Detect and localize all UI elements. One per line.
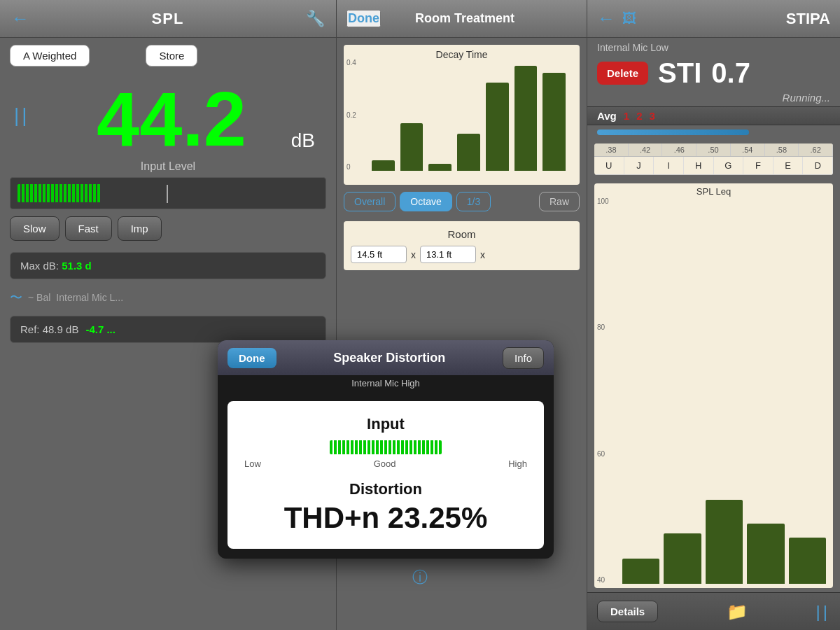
- stipa-chart: SPL Leq 100 80 60 40: [594, 183, 833, 588]
- speaker-distortion-modal: Done Speaker Distortion Info Internal Mi…: [218, 340, 554, 559]
- room-tab-third[interactable]: 1/3: [456, 192, 491, 211]
- spl-back-button[interactable]: ←: [11, 8, 29, 29]
- room-dim-x: x: [411, 249, 416, 260]
- spl-meter-bar: [10, 177, 326, 209]
- room-dim-more: x: [480, 249, 485, 260]
- spl-input-level-label: Input Level: [0, 160, 336, 173]
- modal-input-meter: [330, 440, 442, 454]
- stipa-col-header: .42: [629, 144, 663, 156]
- spl-ref-box: Ref: 48.9 dB -4.7 ...: [10, 316, 326, 343]
- stipa-bar: [747, 524, 784, 584]
- stipa-table-cell: U: [594, 157, 624, 174]
- stipa-delete-button[interactable]: Delete: [597, 62, 648, 85]
- stipa-num2[interactable]: 2: [636, 110, 642, 122]
- spl-settings-icon[interactable]: 🔧: [306, 10, 325, 28]
- modal-mic-label: Internal Mic High: [218, 375, 554, 391]
- spl-wave-icon: 〜: [10, 289, 22, 306]
- stipa-running-label: Running...: [587, 92, 840, 106]
- stipa-col-header: .58: [765, 144, 799, 156]
- stipa-num1[interactable]: 1: [624, 110, 629, 122]
- stipa-avg-row: Avg 1 2 3: [587, 106, 840, 125]
- store-button[interactable]: Store: [146, 45, 197, 66]
- imp-button[interactable]: Imp: [118, 216, 162, 241]
- room-section: Room x x: [344, 221, 580, 270]
- stipa-table-cell: F: [743, 157, 774, 174]
- modal-low-label: Low: [244, 458, 261, 469]
- room-chart-title: Decay Time: [344, 49, 580, 60]
- spl-ref-label: Ref: 48.9 dB: [20, 323, 78, 335]
- room-tab-overall[interactable]: Overall: [344, 192, 396, 211]
- stipa-sti-value: 0.7: [711, 57, 750, 89]
- stipa-num3[interactable]: 3: [649, 110, 654, 122]
- room-chart-bar: [400, 123, 424, 171]
- stipa-title: STIPA: [643, 10, 830, 28]
- room-chart-bar: [457, 134, 480, 171]
- room-chart-bar: [514, 66, 538, 171]
- room-bars: [372, 66, 566, 171]
- stipa-bar: [664, 533, 701, 584]
- slow-button[interactable]: Slow: [10, 216, 59, 241]
- room-chart-bar: [372, 160, 395, 171]
- a-weighted-button[interactable]: A Weighted: [10, 45, 90, 66]
- room-done-button[interactable]: Done: [346, 10, 381, 27]
- room-tab-raw[interactable]: Raw: [539, 192, 580, 211]
- spl-toolbar: A Weighted Store: [0, 38, 336, 74]
- modal-header: Done Speaker Distortion Info: [218, 340, 554, 375]
- stipa-col-header: .62: [799, 144, 833, 156]
- stipa-sti-row: Delete STI 0.7: [587, 55, 840, 92]
- stipa-table-cell: J: [624, 157, 654, 174]
- stipa-header: ← 🖼 STIPA: [587, 0, 840, 38]
- room-panel: Done Room Treatment Decay Time 0.4 0.2 0…: [336, 0, 587, 630]
- modal-meter-labels: Low Good High: [244, 458, 527, 469]
- spl-meter-fill: [18, 184, 102, 202]
- room-chart-bar: [542, 73, 566, 171]
- spl-max-label: Max dB:: [20, 260, 59, 272]
- stipa-back-button[interactable]: ←: [597, 8, 615, 29]
- room-chart-bar: [428, 164, 451, 171]
- stipa-col-header: .54: [731, 144, 765, 156]
- room-section-title: Room: [351, 228, 573, 240]
- stipa-details-button[interactable]: Details: [597, 601, 658, 622]
- spl-bal-row: 〜 ~ Bal Internal Mic L...: [0, 284, 336, 312]
- modal-input-title: Input: [244, 415, 527, 433]
- stipa-mic-label: Internal Mic Low: [587, 38, 840, 55]
- spl-internal-mic-label: Internal Mic L...: [56, 292, 123, 303]
- spl-value-container: || 44.2 dB: [0, 74, 336, 158]
- stipa-bar: [789, 538, 826, 584]
- spl-db-unit: dB: [291, 131, 315, 150]
- stipa-info-circle[interactable]: ⓘ: [412, 567, 428, 588]
- spl-bal-label: ~ Bal: [28, 292, 50, 303]
- stipa-bar: [622, 559, 659, 584]
- modal-done-button[interactable]: Done: [227, 348, 276, 368]
- stipa-photo-icon[interactable]: 🖼: [622, 10, 636, 27]
- room-chart-bar: [486, 83, 509, 171]
- stipa-pause-icon[interactable]: ||: [816, 602, 830, 622]
- modal-high-label: High: [508, 458, 527, 469]
- stipa-table-row: UJIHGFED: [594, 157, 833, 175]
- spl-meter-tick: [167, 185, 168, 203]
- stipa-footer: Details 📁 ||: [587, 592, 840, 630]
- room-tab-octave[interactable]: Octave: [400, 192, 451, 211]
- stipa-folder-icon[interactable]: 📁: [727, 602, 748, 622]
- stipa-progress-bar: [597, 130, 749, 135]
- room-chart: Decay Time 0.4 0.2 0: [344, 45, 580, 185]
- stipa-sti-label: STI: [658, 57, 701, 89]
- spl-big-value: 44.2 dB: [0, 80, 336, 158]
- modal-info-button[interactable]: Info: [503, 347, 544, 369]
- spl-title: SPL: [152, 10, 184, 28]
- stipa-col-header: .50: [696, 144, 731, 156]
- spl-header: ← SPL 🔧: [0, 0, 336, 38]
- spl-max-value: 51.3 d: [62, 260, 92, 272]
- fast-button[interactable]: Fast: [65, 216, 112, 241]
- stipa-table-cell: H: [684, 157, 714, 174]
- stipa-chart-title: SPL Leq: [594, 186, 833, 197]
- stipa-chart-bars: [622, 190, 826, 584]
- room-dim2-input[interactable]: [420, 246, 476, 263]
- room-y-labels: 0.4 0.2 0: [346, 59, 356, 171]
- spl-ref-value: -4.7 ...: [85, 323, 115, 335]
- room-dim1-input[interactable]: [351, 246, 407, 263]
- room-dim-row: x x: [351, 246, 573, 263]
- modal-title: Speaker Distortion: [285, 351, 494, 365]
- modal-thd-value: THD+n 23.25%: [244, 501, 527, 535]
- room-tabs: Overall Octave 1/3 Raw: [337, 192, 587, 211]
